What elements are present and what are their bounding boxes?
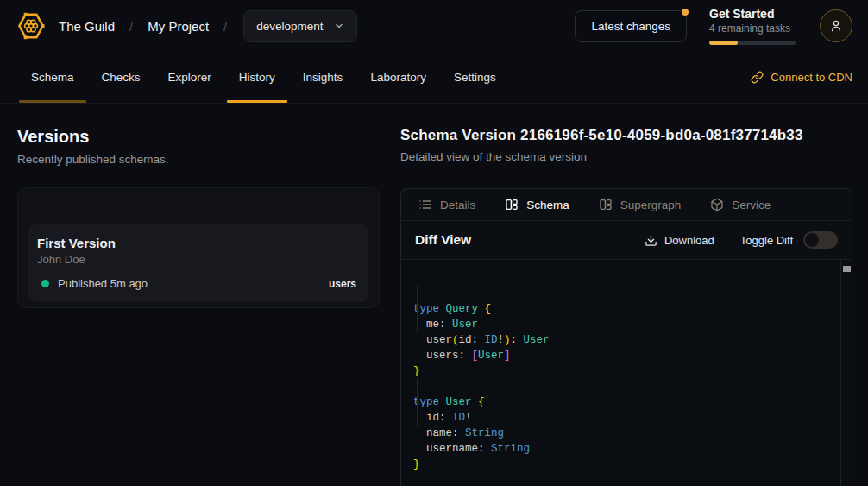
nav-tab-settings[interactable]: Settings bbox=[442, 52, 508, 103]
get-started-progress-bar bbox=[709, 41, 796, 45]
main-nav: Schema Checks Explorer History Insights … bbox=[0, 52, 868, 104]
version-author: John Doe bbox=[37, 253, 356, 266]
link-icon bbox=[751, 71, 764, 84]
version-service-badge: users bbox=[329, 278, 356, 290]
target-selector-value: development bbox=[256, 20, 323, 33]
toggle-diff-switch[interactable] bbox=[803, 231, 838, 249]
top-header: The Guild / My Project / development Lat… bbox=[0, 0, 868, 52]
scrollbar-thumb[interactable] bbox=[843, 266, 851, 272]
code-line: user(id: ID!): User bbox=[413, 332, 840, 348]
published-status-dot bbox=[41, 280, 49, 287]
code-line: username: String bbox=[413, 441, 840, 457]
nav-tab-explorer[interactable]: Explorer bbox=[156, 52, 223, 103]
code-line: type User { bbox=[413, 394, 840, 410]
latest-changes-button[interactable]: Latest changes bbox=[575, 10, 687, 42]
code-line: } bbox=[413, 457, 840, 472]
list-icon bbox=[418, 198, 432, 211]
cube-icon bbox=[710, 198, 724, 211]
code-line: id: ID! bbox=[413, 410, 840, 426]
toggle-knob bbox=[805, 233, 819, 247]
main-content: Versions Recently published schemas. Fir… bbox=[0, 104, 868, 486]
target-selector[interactable]: development bbox=[243, 10, 356, 42]
breadcrumb-org[interactable]: The Guild bbox=[59, 19, 115, 34]
schema-code-viewer[interactable]: type Query { me: User user(id: ID!): Use… bbox=[401, 260, 852, 486]
nav-tab-history[interactable]: History bbox=[227, 52, 287, 103]
diff-view-title: Diff View bbox=[415, 232, 471, 248]
indent-guide bbox=[417, 286, 418, 332]
notification-dot bbox=[682, 9, 689, 16]
tab-underline bbox=[19, 100, 86, 103]
latest-changes-label: Latest changes bbox=[591, 20, 670, 33]
tab-details[interactable]: Details bbox=[418, 198, 475, 211]
code-scrollbar[interactable] bbox=[840, 260, 852, 486]
app-window: The Guild / My Project / development Lat… bbox=[0, 0, 868, 486]
version-name: First Version bbox=[37, 236, 356, 250]
tab-schema[interactable]: Schema bbox=[505, 198, 569, 211]
toggle-diff-label: Toggle Diff bbox=[740, 234, 793, 247]
code-line: type Query { bbox=[413, 301, 840, 317]
breadcrumb-separator: / bbox=[223, 19, 227, 34]
columns-icon bbox=[599, 198, 613, 211]
nav-tab-checks[interactable]: Checks bbox=[90, 52, 153, 103]
schema-version-title: Schema Version 2166196f-5e10-4059-bd0a-0… bbox=[400, 127, 852, 144]
code-line: users: [User] bbox=[413, 348, 840, 363]
code-line: me: User bbox=[413, 317, 840, 332]
connect-to-cdn-link[interactable]: Connect to CDN bbox=[751, 71, 852, 84]
versions-title: Versions bbox=[17, 127, 380, 147]
code-line: name: String bbox=[413, 426, 840, 441]
download-button[interactable]: Download bbox=[645, 234, 714, 247]
progress-fill bbox=[709, 41, 738, 45]
code-content: type Query { me: User user(id: ID!): Use… bbox=[413, 301, 840, 472]
versions-subtitle: Recently published schemas. bbox=[17, 153, 380, 166]
get-started-widget[interactable]: Get Started 4 remaining tasks bbox=[709, 7, 796, 45]
schema-version-detail: Schema Version 2166196f-5e10-4059-bd0a-0… bbox=[400, 127, 852, 486]
nav-tab-schema[interactable]: Schema bbox=[19, 52, 86, 103]
tab-underline bbox=[227, 100, 287, 103]
tab-service[interactable]: Service bbox=[710, 198, 771, 211]
person-icon bbox=[828, 18, 844, 34]
code-line bbox=[413, 379, 840, 394]
columns-icon bbox=[505, 198, 519, 211]
code-line: } bbox=[413, 363, 840, 379]
diff-view-header: Diff View Download bbox=[401, 221, 852, 260]
versions-list-card: First Version John Doe Published 5m ago … bbox=[17, 187, 380, 308]
tab-supergraph[interactable]: Supergraph bbox=[599, 198, 682, 211]
nav-tab-laboratory[interactable]: Laboratory bbox=[358, 52, 438, 103]
version-detail-panel: Details Schema bbox=[400, 188, 852, 486]
version-status: Published 5m ago bbox=[58, 277, 148, 290]
get-started-subtitle: 4 remaining tasks bbox=[709, 22, 796, 35]
schema-version-subtitle: Detailed view of the schema version bbox=[400, 150, 852, 163]
chevron-down-icon bbox=[334, 21, 344, 31]
indent-guide bbox=[417, 379, 418, 426]
user-avatar[interactable] bbox=[820, 9, 852, 42]
nav-tab-insights[interactable]: Insights bbox=[291, 52, 355, 103]
download-icon bbox=[645, 234, 657, 247]
detail-tab-bar: Details Schema bbox=[401, 189, 852, 221]
breadcrumb-separator: / bbox=[129, 19, 133, 34]
get-started-title: Get Started bbox=[709, 7, 796, 21]
hive-logo-icon[interactable] bbox=[16, 10, 47, 41]
version-list-item[interactable]: First Version John Doe Published 5m ago … bbox=[28, 224, 368, 302]
versions-section: Versions Recently published schemas. Fir… bbox=[17, 127, 380, 486]
breadcrumb-project[interactable]: My Project bbox=[148, 19, 209, 34]
